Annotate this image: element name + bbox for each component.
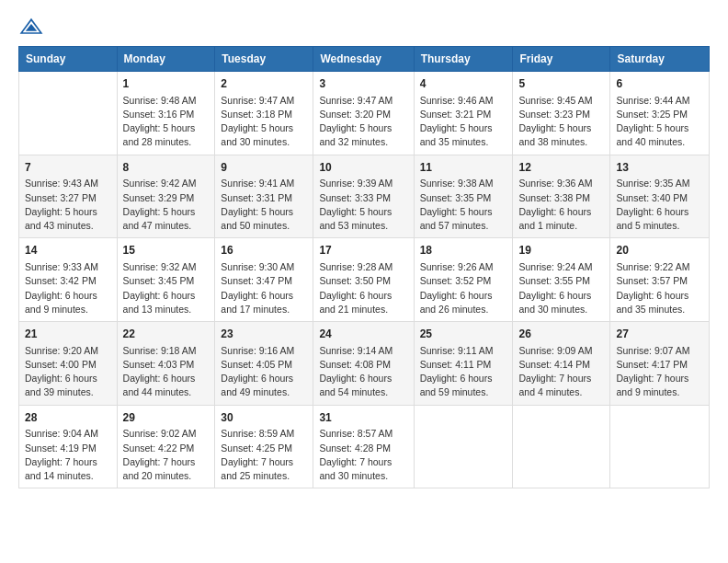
cell-line: Sunrise: 9:33 AM [25, 260, 111, 274]
cell-line: Daylight: 6 hours [420, 289, 507, 303]
day-number: 5 [518, 76, 604, 92]
calendar-cell: 7Sunrise: 9:43 AMSunset: 3:27 PMDaylight… [19, 155, 118, 238]
cell-line: and 53 minutes. [319, 219, 407, 233]
logo-icon [18, 17, 44, 37]
logo [18, 17, 46, 37]
calendar-cell: 30Sunrise: 8:59 AMSunset: 4:25 PMDayligh… [215, 405, 313, 488]
cell-line: Daylight: 5 hours [616, 121, 703, 135]
day-number: 28 [25, 410, 111, 426]
cell-line: Daylight: 6 hours [123, 372, 210, 385]
calendar-cell: 11Sunrise: 9:38 AMSunset: 3:35 PMDayligh… [414, 155, 513, 238]
cell-line: Sunrise: 9:35 AM [616, 177, 703, 190]
day-number: 23 [221, 327, 307, 342]
day-number: 11 [420, 160, 507, 176]
calendar-cell [610, 405, 710, 488]
cell-line: Sunset: 3:23 PM [518, 108, 604, 121]
cell-line: Sunset: 3:55 PM [518, 274, 604, 288]
cell-line: Sunrise: 9:44 AM [616, 94, 703, 108]
cell-line: Sunset: 4:22 PM [123, 442, 210, 455]
cell-line: and 49 minutes. [221, 385, 307, 399]
calendar-cell: 25Sunrise: 9:11 AMSunset: 4:11 PMDayligh… [414, 322, 513, 406]
day-number: 7 [25, 160, 111, 176]
calendar-cell: 15Sunrise: 9:32 AMSunset: 3:45 PMDayligh… [117, 238, 215, 322]
cell-line: Daylight: 5 hours [221, 121, 307, 135]
day-number: 1 [123, 76, 210, 92]
day-number: 2 [221, 76, 307, 92]
cell-line: and 21 minutes. [319, 303, 407, 316]
cell-line: and 13 minutes. [123, 303, 210, 316]
cell-line: and 28 minutes. [123, 135, 210, 149]
cell-line: Sunrise: 9:36 AM [518, 177, 604, 190]
cell-line: Sunset: 4:00 PM [25, 358, 111, 372]
cell-line: Sunrise: 9:43 AM [25, 177, 111, 190]
cell-line: Sunset: 3:35 PM [420, 191, 507, 205]
cell-line: Sunset: 4:25 PM [221, 442, 307, 455]
cell-line: Daylight: 7 hours [518, 372, 604, 385]
cell-line: Daylight: 6 hours [420, 372, 507, 385]
cell-line: Sunset: 3:25 PM [616, 108, 703, 121]
calendar-cell: 20Sunrise: 9:22 AMSunset: 3:57 PMDayligh… [610, 238, 710, 322]
calendar-cell: 24Sunrise: 9:14 AMSunset: 4:08 PMDayligh… [313, 322, 414, 406]
cell-line: Sunset: 3:31 PM [221, 191, 307, 205]
cell-line: Daylight: 6 hours [518, 289, 604, 303]
cell-line: and 32 minutes. [319, 135, 407, 149]
cell-line: Sunrise: 9:18 AM [123, 344, 210, 358]
calendar-cell [19, 72, 118, 155]
day-number: 4 [420, 76, 507, 92]
cell-line: Daylight: 5 hours [518, 121, 604, 135]
day-number: 26 [518, 327, 604, 342]
header-day-friday: Friday [513, 47, 610, 72]
cell-line: Sunrise: 9:32 AM [123, 260, 210, 274]
calendar-cell: 29Sunrise: 9:02 AMSunset: 4:22 PMDayligh… [117, 405, 215, 488]
calendar-cell: 2Sunrise: 9:47 AMSunset: 3:18 PMDaylight… [215, 72, 313, 155]
day-number: 29 [123, 410, 210, 426]
cell-line: and 38 minutes. [518, 135, 604, 149]
cell-line: Sunset: 3:47 PM [221, 274, 307, 288]
calendar-cell: 3Sunrise: 9:47 AMSunset: 3:20 PMDaylight… [313, 72, 414, 155]
day-number: 12 [518, 160, 604, 176]
cell-line: and 25 minutes. [221, 469, 307, 483]
cell-line: and 20 minutes. [123, 469, 210, 483]
day-number: 27 [616, 327, 703, 342]
calendar-cell: 13Sunrise: 9:35 AMSunset: 3:40 PMDayligh… [610, 155, 710, 238]
cell-line: Daylight: 7 hours [319, 455, 407, 469]
cell-line: Sunset: 4:05 PM [221, 358, 307, 372]
week-row-1: 1Sunrise: 9:48 AMSunset: 3:16 PMDaylight… [19, 72, 710, 155]
cell-line: Daylight: 7 hours [616, 372, 703, 385]
day-number: 6 [616, 76, 703, 92]
day-number: 20 [616, 243, 703, 259]
cell-line: and 5 minutes. [616, 219, 703, 233]
cell-line: and 9 minutes. [25, 303, 111, 316]
calendar-cell: 18Sunrise: 9:26 AMSunset: 3:52 PMDayligh… [414, 238, 513, 322]
cell-line: and 50 minutes. [221, 219, 307, 233]
day-number: 17 [319, 243, 407, 259]
day-number: 9 [221, 160, 307, 176]
header-day-sunday: Sunday [19, 47, 118, 72]
day-number: 22 [123, 327, 210, 342]
calendar-cell: 22Sunrise: 9:18 AMSunset: 4:03 PMDayligh… [117, 322, 215, 406]
day-number: 15 [123, 243, 210, 259]
cell-line: Daylight: 6 hours [319, 289, 407, 303]
cell-line: Sunset: 4:14 PM [518, 358, 604, 372]
day-number: 18 [420, 243, 507, 259]
cell-line: Sunrise: 9:07 AM [616, 344, 703, 358]
calendar-cell: 21Sunrise: 9:20 AMSunset: 4:00 PMDayligh… [19, 322, 118, 406]
cell-line: Sunset: 3:27 PM [25, 191, 111, 205]
cell-line: Sunrise: 8:57 AM [319, 427, 407, 441]
cell-line: Sunrise: 9:26 AM [420, 260, 507, 274]
day-number: 13 [616, 160, 703, 176]
calendar-cell: 10Sunrise: 9:39 AMSunset: 3:33 PMDayligh… [313, 155, 414, 238]
calendar-cell: 14Sunrise: 9:33 AMSunset: 3:42 PMDayligh… [19, 238, 118, 322]
calendar-cell: 6Sunrise: 9:44 AMSunset: 3:25 PMDaylight… [610, 72, 710, 155]
week-row-3: 14Sunrise: 9:33 AMSunset: 3:42 PMDayligh… [19, 238, 710, 322]
cell-line: Daylight: 5 hours [420, 121, 507, 135]
cell-line: Sunrise: 9:20 AM [25, 344, 111, 358]
page: SundayMondayTuesdayWednesdayThursdayFrid… [0, 0, 728, 563]
cell-line: Sunrise: 9:48 AM [123, 94, 210, 108]
day-number: 25 [420, 327, 507, 342]
day-number: 19 [518, 243, 604, 259]
calendar-table: SundayMondayTuesdayWednesdayThursdayFrid… [18, 46, 710, 488]
calendar-cell: 8Sunrise: 9:42 AMSunset: 3:29 PMDaylight… [117, 155, 215, 238]
cell-line: Daylight: 5 hours [319, 205, 407, 219]
cell-line: Daylight: 7 hours [123, 455, 210, 469]
